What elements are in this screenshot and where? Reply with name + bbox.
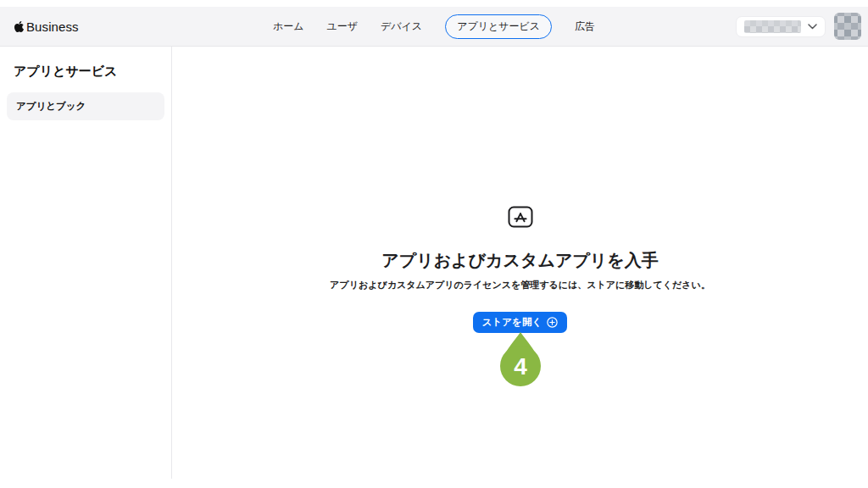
main-panel: アプリおよびカスタムアプリを入手 アプリおよびカスタムアプリのライセンスを管理す… [172, 47, 868, 479]
empty-state-description: アプリおよびカスタムアプリのライセンスを管理するには、ストアに移動してください。 [330, 279, 710, 291]
app-store-icon [508, 206, 533, 231]
nav-tab-home[interactable]: ホーム [273, 14, 304, 39]
redacted-account-name [744, 20, 801, 33]
open-store-button-label: ストアを開く [482, 316, 542, 329]
open-store-button[interactable]: ストアを開く [473, 312, 567, 333]
nav-tab-users[interactable]: ユーザ [326, 14, 358, 39]
apple-business-manager-app: Business ホーム ユーザ デバイス アプリとサービス 広告 アプリとサー… [0, 7, 868, 479]
account-menu-button[interactable] [736, 16, 826, 37]
circle-plus-icon [547, 317, 558, 328]
sidebar-title: アプリとサービス [14, 64, 158, 80]
nav-tab-ads[interactable]: 広告 [575, 14, 595, 39]
account-area [736, 7, 861, 46]
annotation-marker-4: 4 [497, 331, 544, 389]
sidebar: アプリとサービス アプリとブック [0, 47, 172, 479]
annotation-marker-number: 4 [514, 353, 527, 380]
sidebar-item-apps-and-books[interactable]: アプリとブック [7, 92, 164, 120]
nav-tab-devices[interactable]: デバイス [381, 14, 422, 39]
top-header: Business ホーム ユーザ デバイス アプリとサービス 広告 [0, 7, 868, 47]
avatar[interactable] [834, 13, 861, 40]
content-row: アプリとサービス アプリとブック アプリおよびカスタムアプリを入手 アプリおよび… [0, 47, 868, 479]
chevron-down-icon [808, 24, 817, 30]
empty-state-heading: アプリおよびカスタムアプリを入手 [381, 249, 659, 272]
nav-tab-apps-and-services[interactable]: アプリとサービス [445, 14, 552, 39]
